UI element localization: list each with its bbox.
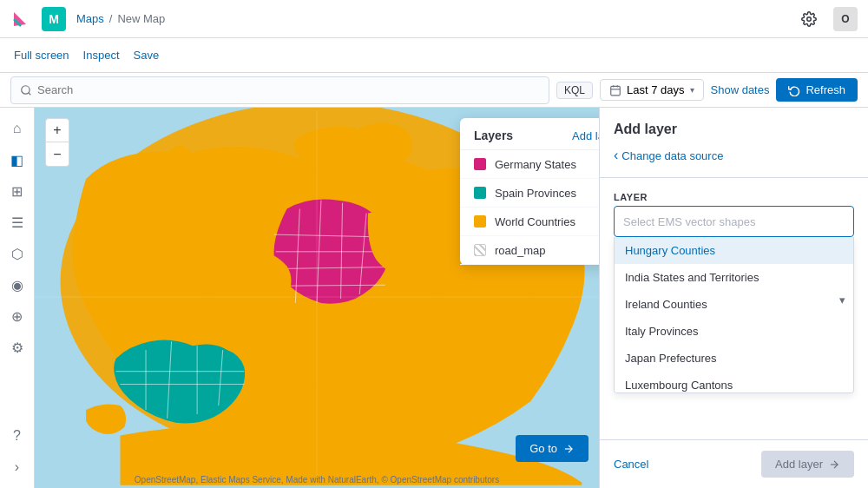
map-attribution: OpenStreetMap, Elastic Maps Service, Mad… [35,475,599,485]
svg-point-0 [807,16,812,21]
sidebar-settings-icon[interactable]: ⚙ [3,333,31,361]
layer-item-germany[interactable]: Germany States ≡ [460,150,599,179]
map-controls: + − [45,118,69,167]
nav-right: O [795,5,858,33]
map-container: + − Layers Add layer Germany States ≡ Sp… [35,108,599,488]
top-nav: M Maps / New Map O [0,0,868,38]
goto-button[interactable]: Go to [516,435,589,462]
dropdown-item-japan[interactable]: Japan Prefectures [615,345,853,372]
layer-select-placeholder: Select EMS vector shapes [623,215,755,228]
layer-name-world: World Countries [495,215,599,228]
add-layer-body: Layer Select EMS vector shapes ▾ Hungary… [600,178,868,439]
save-button[interactable]: Save [134,49,160,62]
layers-title: Layers [474,129,513,142]
sidebar-globe-icon[interactable]: ⊕ [3,302,31,330]
dropdown-item-hungary[interactable]: Hungary Counties [615,237,853,264]
sidebar-arrow-icon[interactable]: › [3,453,31,481]
add-layer-footer: Cancel Add layer [600,439,868,488]
sidebar-layers-icon[interactable]: ◧ [3,146,31,174]
layer-item-spain[interactable]: Spain Provinces ≡ [460,179,599,208]
kql-badge[interactable]: KQL [556,82,593,99]
layer-item-roadmap[interactable]: road_map ≡ [460,236,599,265]
breadcrumb-maps[interactable]: Maps [76,12,104,25]
layers-panel: Layers Add layer Germany States ≡ Spain … [460,118,599,265]
breadcrumb: Maps / New Map [76,12,165,25]
change-source-link[interactable]: ‹ Change data source [614,148,854,163]
layer-name-germany: Germany States [495,158,599,171]
zoom-out-button[interactable]: − [45,142,69,167]
add-layer-panel: Add layer ‹ Change data source Layer Sel… [599,108,868,488]
calendar-icon [609,84,621,96]
sidebar-table-icon[interactable]: ☰ [3,208,31,236]
svg-point-1 [22,85,30,93]
dropdown-item-italy[interactable]: Italy Provinces [615,318,853,345]
layer-name-roadmap: road_map [495,244,599,257]
layer-field-label: Layer [614,192,854,202]
chevron-left-icon: ‹ [614,148,618,163]
user-avatar[interactable]: O [833,7,858,31]
dropdown-list: Hungary Counties India States and Territ… [614,237,854,393]
search-input[interactable] [37,83,540,96]
sidebar-map-icon[interactable]: ⊞ [3,177,31,205]
add-layer-button[interactable]: Add layer [761,451,854,478]
layer-color-roadmap [474,244,486,256]
add-layer-header: Add layer ‹ Change data source [600,108,868,178]
layer-item-world[interactable]: World Countries ≡ [460,208,599,236]
breadcrumb-current: New Map [117,12,165,25]
change-source-label: Change data source [621,149,723,162]
sidebar-pin-icon[interactable]: ◉ [3,271,31,299]
layer-color-world [474,215,486,228]
refresh-button[interactable]: Refresh [776,78,858,102]
search-bar: KQL Last 7 days ▾ Show dates Refresh [0,73,868,108]
date-range-label: Last 7 days [627,83,685,96]
settings-nav-button[interactable] [795,5,823,33]
layer-select[interactable]: Select EMS vector shapes [614,206,854,237]
sidebar-help-icon[interactable]: ? [3,422,31,450]
date-filter[interactable]: Last 7 days ▾ [600,79,704,101]
cancel-button[interactable]: Cancel [614,452,648,476]
workspace-avatar: M [42,7,66,31]
date-chevron-icon: ▾ [690,85,694,95]
toolbar: Full screen Inspect Save [0,38,868,73]
breadcrumb-separator: / [109,12,113,25]
search-input-wrap [10,76,549,104]
add-layer-btn-label: Add layer [775,458,823,471]
zoom-in-button[interactable]: + [45,118,69,142]
dropdown-item-india[interactable]: India States and Territories [615,264,853,291]
goto-label: Go to [529,442,557,455]
add-layer-link[interactable]: Add layer [572,129,599,142]
layers-header: Layers Add layer [460,118,599,150]
layer-select-wrap: Select EMS vector shapes ▾ Hungary Count… [614,206,854,393]
layer-name-spain: Spain Provinces [495,187,599,200]
sidebar-home-icon[interactable]: ⌂ [3,115,31,142]
fullscreen-button[interactable]: Full screen [14,49,69,62]
search-icon [20,84,32,96]
add-layer-title: Add layer [614,122,854,137]
svg-rect-2 [611,86,621,96]
inspect-button[interactable]: Inspect [83,49,120,62]
refresh-icon [788,84,800,96]
show-dates-button[interactable]: Show dates [711,83,770,96]
add-layer-arrow-icon [828,458,840,471]
layer-color-spain [474,187,486,199]
dropdown-item-luxembourg[interactable]: Luxembourg Cantons [615,372,853,393]
refresh-label: Refresh [806,83,845,96]
main-layout: ⌂ ◧ ⊞ ☰ ⬡ ◉ ⊕ ⚙ ? › [0,108,868,488]
layer-color-germany [474,158,486,170]
goto-arrow-icon [562,443,575,455]
kibana-logo-icon [10,9,31,30]
dropdown-item-ireland[interactable]: Ireland Counties [615,291,853,318]
sidebar-chart-icon[interactable]: ⬡ [3,240,31,267]
sidebar-icons: ⌂ ◧ ⊞ ☰ ⬡ ◉ ⊕ ⚙ ? › [0,108,35,488]
